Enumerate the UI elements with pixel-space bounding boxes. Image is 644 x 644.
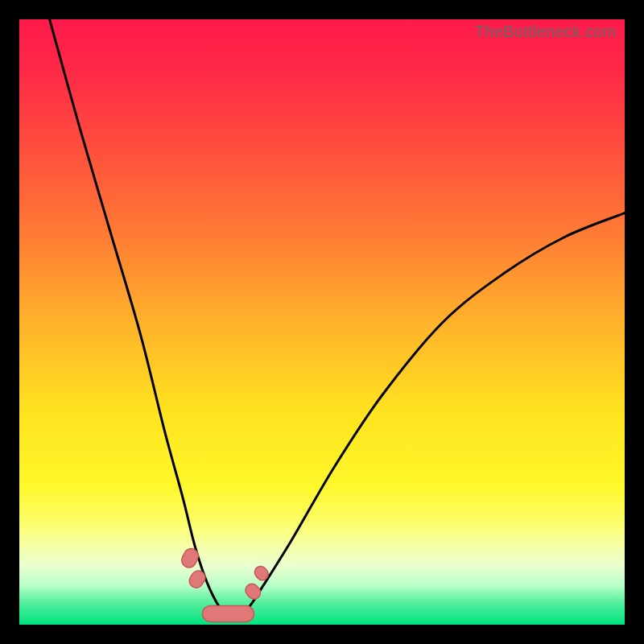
watermark-text: TheBottleneck.com — [475, 23, 617, 41]
bottleneck-chart — [19, 19, 625, 625]
chart-gradient-background — [19, 19, 625, 625]
chart-frame: TheBottleneck.com — [19, 19, 625, 625]
floor-blob — [202, 605, 254, 621]
